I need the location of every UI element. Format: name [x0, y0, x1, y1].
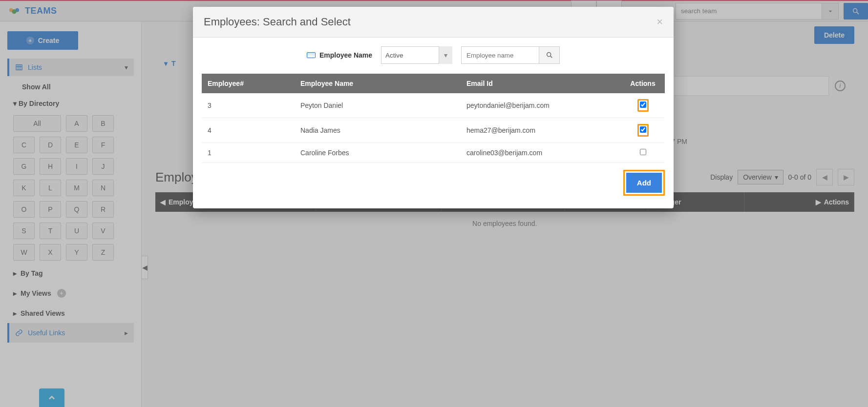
status-select[interactable]: Active [381, 46, 452, 64]
badge-icon [307, 52, 316, 58]
svg-line-13 [550, 56, 552, 58]
row-checkbox[interactable] [640, 126, 646, 133]
close-icon[interactable]: × [656, 16, 663, 28]
table-row: 1Caroline Forbescaroline03@berijam.com [202, 143, 665, 163]
table-row: 4Nadia Jameshema27@berijam.com [202, 118, 665, 143]
cell-employee-name: Nadia James [295, 118, 461, 143]
cell-employee-name: Peyton Daniel [295, 93, 461, 118]
cell-email: hema27@berijam.com [461, 118, 621, 143]
employee-search-modal: Employees: Search and Select × Employee … [193, 7, 674, 208]
cell-employee-num: 4 [202, 118, 295, 143]
th-employee-name[interactable]: Employee Name [295, 74, 461, 93]
add-highlight: Add [623, 170, 665, 196]
table-row: 3Peyton Danielpeytondaniel@berijam.com [202, 93, 665, 118]
cell-email: peytondaniel@berijam.com [461, 93, 621, 118]
modal-footer: Add [202, 163, 665, 200]
th-employee-num[interactable]: Employee# [202, 74, 295, 93]
modal-search-row: Employee Name Active ▾ [202, 46, 665, 64]
cell-actions [621, 93, 665, 118]
th-email-id[interactable]: Email Id [461, 74, 621, 93]
row-checkbox[interactable] [640, 149, 646, 155]
employee-name-input[interactable] [461, 46, 539, 64]
search-icon[interactable] [539, 46, 560, 64]
cell-employee-num: 1 [202, 143, 295, 163]
modal-header: Employees: Search and Select × [193, 7, 674, 38]
cell-actions [621, 118, 665, 143]
cell-employee-name: Caroline Forbes [295, 143, 461, 163]
cell-employee-num: 3 [202, 93, 295, 118]
svg-point-12 [547, 53, 550, 57]
modal-add-button[interactable]: Add [626, 173, 662, 193]
cell-actions [621, 143, 665, 163]
cell-email: caroline03@berijam.com [461, 143, 621, 163]
row-checkbox[interactable] [640, 102, 646, 108]
modal-title: Employees: Search and Select [204, 16, 351, 28]
th-actions[interactable]: Actions [621, 74, 665, 93]
modal-employee-table: Employee# Employee Name Email Id Actions… [202, 74, 665, 163]
